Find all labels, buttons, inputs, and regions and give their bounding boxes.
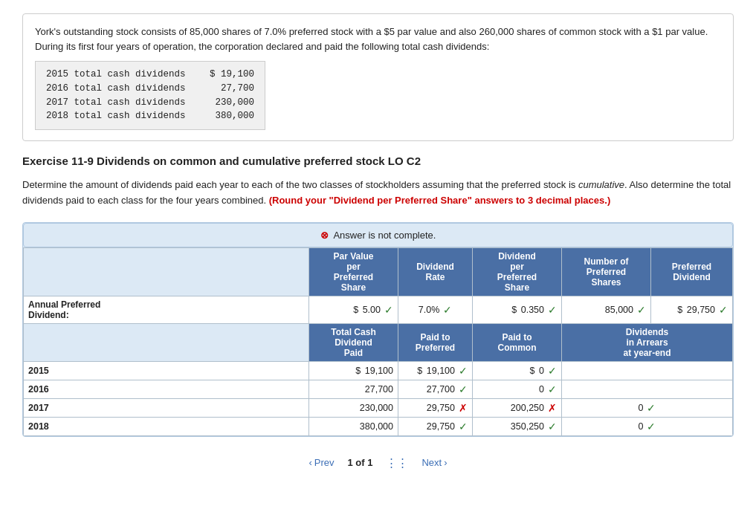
annual-shares[interactable]: 85,000 ✓ bbox=[562, 296, 651, 323]
par-value-num: 5.00 bbox=[360, 305, 381, 315]
instructions-part1: Determine the amount of dividends paid e… bbox=[22, 179, 578, 190]
answer-banner: ⊗ Answer is not complete. bbox=[23, 223, 733, 247]
arrears-2018-check: ✓ bbox=[647, 421, 656, 432]
rate-val: 7.0% bbox=[419, 305, 440, 315]
rate-check-icon: ✓ bbox=[443, 304, 452, 316]
total-2017-val: 230,000 bbox=[360, 403, 393, 413]
paid-pref-2015[interactable]: $ 19,100 ✓ bbox=[398, 361, 473, 380]
year-2015-label: 2015 bbox=[24, 361, 309, 380]
shares-check-icon: ✓ bbox=[637, 304, 646, 316]
dps-check-icon: ✓ bbox=[548, 304, 557, 316]
arrears-2017-val: 0 bbox=[639, 403, 644, 413]
pref-div-prefix: $ bbox=[677, 305, 682, 315]
paid-comm-2015-val: 0 bbox=[537, 366, 544, 376]
paid-comm-2017-check: ✗ bbox=[548, 402, 557, 414]
header-paid-pref: Paid toPreferred bbox=[398, 323, 473, 361]
paid-comm-2017-val: 200,250 bbox=[511, 403, 544, 413]
div-val-2016: 27,700 bbox=[195, 82, 254, 96]
grid-icon[interactable]: ⋮⋮ bbox=[386, 456, 408, 470]
next-label: Next bbox=[421, 457, 442, 468]
arrears-2017[interactable]: 0 ✓ bbox=[562, 398, 733, 417]
paid-pref-2018-check: ✓ bbox=[459, 421, 468, 432]
header-arrears: Dividendsin Arrearsat year-end bbox=[562, 323, 733, 361]
paid-comm-2018-check: ✓ bbox=[548, 421, 557, 432]
paid-pref-2015-val: 19,100 bbox=[424, 366, 455, 376]
paid-pref-2015-prefix: $ bbox=[417, 366, 422, 376]
total-2018-val: 380,000 bbox=[360, 421, 393, 432]
total-2016: 27,700 bbox=[309, 380, 398, 398]
div-label-2016: 2016 total cash dividends bbox=[46, 82, 195, 96]
paid-comm-2016-check: ✓ bbox=[548, 383, 557, 395]
empty-secondary-left bbox=[24, 323, 309, 361]
header-par-value: Par ValueperPreferredShare bbox=[309, 247, 398, 296]
next-button[interactable]: Next › bbox=[421, 457, 447, 468]
instructions: Determine the amount of dividends paid e… bbox=[22, 178, 734, 209]
par-prefix: $ bbox=[353, 305, 358, 315]
paid-comm-2016[interactable]: 0 ✓ bbox=[473, 380, 562, 398]
prev-button[interactable]: ‹ Prev bbox=[308, 457, 334, 468]
annual-rate[interactable]: 7.0% ✓ bbox=[398, 296, 473, 323]
div-label-2015: 2015 total cash dividends bbox=[46, 68, 195, 82]
div-val-2017: 230,000 bbox=[195, 96, 254, 110]
total-2017: 230,000 bbox=[309, 398, 398, 417]
total-2015-val: 19,100 bbox=[362, 366, 393, 376]
div-label-2017: 2017 total cash dividends bbox=[46, 96, 195, 110]
paid-pref-2018-val: 29,750 bbox=[427, 421, 455, 432]
paid-pref-2017-val: 29,750 bbox=[427, 403, 455, 413]
prev-label: Prev bbox=[314, 457, 335, 468]
paid-pref-2016[interactable]: 27,700 ✓ bbox=[398, 380, 473, 398]
header-pref-div: PreferredDividend bbox=[651, 247, 733, 296]
dps-prefix: $ bbox=[511, 305, 517, 315]
total-2015-prefix: $ bbox=[355, 366, 361, 376]
arrears-2015[interactable] bbox=[562, 361, 733, 380]
header-dividend-rate: DividendRate bbox=[398, 247, 473, 296]
header-num-shares: Number ofPreferredShares bbox=[562, 247, 651, 296]
pref-div-val: 29,750 bbox=[684, 305, 715, 315]
header-total-cash: Total CashDividendPaid bbox=[309, 323, 398, 361]
dividend-row-2017: 2017 total cash dividends 230,000 bbox=[46, 96, 254, 110]
paid-comm-2018[interactable]: 350,250 ✓ bbox=[473, 417, 562, 435]
arrears-2017-check: ✓ bbox=[647, 402, 656, 414]
paid-comm-2018-val: 350,250 bbox=[511, 421, 544, 432]
info-box: York's outstanding stock consists of 85,… bbox=[22, 13, 734, 141]
annual-dps[interactable]: $ 0.350 ✓ bbox=[473, 296, 562, 323]
arrears-2018[interactable]: 0 ✓ bbox=[562, 417, 733, 435]
table-row: 2016 27,700 27,700 ✓ 0 bbox=[24, 380, 733, 398]
paid-pref-2015-check: ✓ bbox=[459, 365, 468, 377]
paid-pref-2016-check: ✓ bbox=[459, 383, 468, 395]
prev-chevron-icon: ‹ bbox=[308, 457, 311, 468]
table-row: 2015 $ 19,100 $ 19,100 ✓ bbox=[24, 361, 733, 380]
year-2018-label: 2018 bbox=[24, 417, 309, 435]
arrears-2018-val: 0 bbox=[639, 421, 644, 432]
div-val-2018: 380,000 bbox=[195, 109, 254, 123]
dps-val: 0.350 bbox=[518, 305, 544, 315]
next-chevron-icon: › bbox=[444, 457, 447, 468]
paid-comm-2015[interactable]: $ 0 ✓ bbox=[473, 361, 562, 380]
paid-comm-2016-val: 0 bbox=[539, 384, 544, 395]
table-row: 2018 380,000 29,750 ✓ 35 bbox=[24, 417, 733, 435]
paid-pref-2018[interactable]: 29,750 ✓ bbox=[398, 417, 473, 435]
banner-text: Answer is not complete. bbox=[333, 230, 436, 241]
dividend-row-2015: 2015 total cash dividends $ 19,100 bbox=[46, 68, 254, 82]
instructions-italic: cumulative bbox=[578, 179, 624, 190]
pref-div-check-icon: ✓ bbox=[719, 304, 728, 316]
div-label-2018: 2018 total cash dividends bbox=[46, 109, 195, 123]
answer-table: Par ValueperPreferredShare DividendRate … bbox=[23, 247, 733, 436]
paid-pref-2017[interactable]: 29,750 ✗ bbox=[398, 398, 473, 417]
div-val-2015: $ 19,100 bbox=[195, 68, 254, 82]
annual-pref-div[interactable]: $ 29,750 ✓ bbox=[651, 296, 733, 323]
pagination: ‹ Prev 1 of 1 ⋮⋮ Next › bbox=[22, 449, 734, 473]
paid-pref-2016-val: 27,700 bbox=[427, 384, 455, 395]
page-info: 1 of 1 bbox=[348, 457, 373, 468]
paid-comm-2017[interactable]: 200,250 ✗ bbox=[473, 398, 562, 417]
total-2016-val: 27,700 bbox=[365, 384, 393, 395]
annual-label: Annual PreferredDividend: bbox=[24, 296, 309, 323]
header-paid-comm: Paid toCommon bbox=[473, 323, 562, 361]
table-row: 2017 230,000 29,750 ✗ 20 bbox=[24, 398, 733, 417]
instructions-highlight: (Round your "Dividend per Preferred Shar… bbox=[269, 195, 611, 206]
answer-table-wrapper: ⊗ Answer is not complete. Par ValueperPr… bbox=[22, 222, 734, 437]
year-2017-label: 2017 bbox=[24, 398, 309, 417]
annual-par-value[interactable]: $ 5.00 ✓ bbox=[309, 296, 398, 323]
paid-comm-2015-check: ✓ bbox=[548, 365, 557, 377]
arrears-2016[interactable] bbox=[562, 380, 733, 398]
